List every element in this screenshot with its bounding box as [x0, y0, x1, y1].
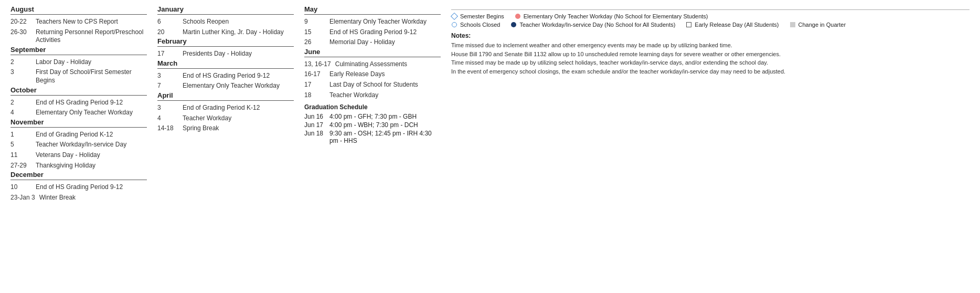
cal-date: 3: [10, 68, 31, 76]
calendar-row: 17Last Day of School for Students: [304, 80, 441, 90]
cal-date: 20: [157, 28, 178, 36]
legend-label: Schools Closed: [460, 22, 500, 28]
calendar-row: 3First Day of School/First Semester Begi…: [10, 67, 147, 86]
circle-darkblue-icon: [511, 22, 516, 27]
cal-desc: Memorial Day - Holiday: [329, 38, 395, 47]
calendar-row: 14-18Spring Break: [157, 123, 294, 134]
legend-icon-square-gray: [790, 22, 796, 28]
cal-date: 3: [157, 72, 178, 79]
month-header: May: [304, 5, 441, 15]
legend-label: Elementary Only Teacher Workday (No Scho…: [524, 13, 708, 19]
calendar-row: 20-22Teachers New to CPS Report: [10, 17, 147, 27]
legend-item: Schools Closed: [451, 22, 500, 28]
notes-line: Time missed may be made up by utilizing …: [451, 58, 970, 67]
legend-label: Change in Quarter: [798, 22, 846, 28]
month-header: December: [10, 171, 147, 180]
cal-date: 11: [10, 151, 31, 159]
circle-pink-icon: [515, 14, 520, 19]
cal-date: 27-29: [10, 162, 31, 169]
cal-desc: Spring Break: [183, 124, 219, 133]
legend-item: Change in Quarter: [790, 22, 846, 28]
cal-date: 1: [10, 131, 31, 138]
cal-desc: Winter Break: [39, 194, 76, 202]
cal-desc: Labor Day - Holiday: [36, 58, 91, 67]
legend-icon-circle-blue-outline: [451, 22, 457, 28]
column-right: May9Elementary Only Teacher Workday15End…: [304, 5, 441, 203]
calendar-row: 1End of Grading Period K-12: [10, 130, 147, 140]
cal-desc: Thanksgiving Holiday: [36, 162, 95, 170]
calendar-row: 9Elementary Only Teacher Workday: [304, 17, 441, 27]
cal-desc: Elementary Only Teacher Workday: [183, 82, 280, 90]
cal-desc: Presidents Day - Holiday: [183, 50, 252, 58]
month-section: March3End of HS Grading Period 9-127Elem…: [157, 59, 294, 91]
calendar-row: 5Teacher Workday/In-service Day: [10, 140, 147, 150]
graduation-row: Jun 174:00 pm - WBH; 7:30 pm - DCH: [304, 121, 441, 129]
cal-desc: End of HS Grading Period 9-12: [329, 28, 417, 37]
calendar-row: 7Elementary Only Teacher Workday: [157, 81, 294, 91]
calendar-row: 13, 16-17Culminating Assessments: [304, 59, 441, 70]
cal-date: 13, 16-17: [304, 60, 331, 68]
cal-desc: Teachers New to CPS Report: [36, 18, 118, 26]
graduation-header: Graduation Schedule: [304, 103, 441, 111]
notes-title: Notes:: [451, 32, 970, 39]
calendar-row: 27-29Thanksgiving Holiday: [10, 161, 147, 171]
cal-desc: First Day of School/First Semester Begin…: [36, 68, 147, 85]
column-left: August20-22Teachers New to CPS Report26-…: [10, 5, 147, 203]
cal-date: 4: [10, 109, 31, 116]
calendar-row: 23-Jan 3Winter Break: [10, 193, 147, 203]
legend-label: Teacher Workday/In-service Day (No Schoo…: [519, 22, 675, 28]
cal-desc: Elementary Only Teacher Workday: [329, 18, 427, 26]
cal-date: 26-30: [10, 28, 31, 36]
calendar-row: 10End of HS Grading Period 9-12: [10, 182, 147, 193]
month-section: September2Labor Day - Holiday3First Day …: [10, 46, 147, 86]
month-header: February: [157, 37, 294, 47]
month-section: April3End of Grading Period K-124Teacher…: [157, 91, 294, 134]
cal-desc: Schools Reopen: [183, 18, 229, 26]
legend-row-1: Semester BeginsElementary Only Teacher W…: [451, 13, 970, 19]
calendar-row: 18Teacher Workday: [304, 90, 441, 101]
legend-icon-diamond: [451, 13, 457, 19]
month-header: September: [10, 46, 147, 55]
cal-desc: End of HS Grading Period 9-12: [183, 72, 270, 80]
cal-date: 18: [304, 91, 325, 99]
notes-line: Time missed due to inclement weather and…: [451, 41, 970, 50]
cal-desc: End of Grading Period K-12: [36, 131, 113, 139]
bottom-section: Semester BeginsElementary Only Teacher W…: [451, 5, 970, 203]
month-header: June: [304, 48, 441, 57]
month-section: February17Presidents Day - Holiday: [157, 37, 294, 59]
cal-desc: Last Day of School for Students: [329, 81, 418, 89]
calendar-row: 11Veterans Day - Holiday: [10, 150, 147, 161]
calendar-row: 16-17Early Release Days: [304, 69, 441, 80]
legend-section: Semester BeginsElementary Only Teacher W…: [451, 9, 970, 28]
month-section: November1End of Grading Period K-125Teac…: [10, 118, 147, 171]
legend-label: Early Release Day (All Students): [695, 22, 779, 28]
grad-date: Jun 18: [304, 130, 325, 144]
square-outline-icon: [686, 22, 691, 27]
legend-icon-circle-pink: [515, 13, 521, 19]
month-section: June13, 16-17Culminating Assessments16-1…: [304, 48, 441, 100]
cal-date: 9: [304, 18, 325, 25]
legend-icon-square-outline: [686, 22, 692, 28]
legend-item: Early Release Day (All Students): [686, 22, 779, 28]
graduation-row: Jun 164:00 pm - GFH; 7:30 pm - GBH: [304, 112, 441, 121]
cal-date: 7: [157, 82, 178, 89]
calendar-row: 3End of HS Grading Period 9-12: [157, 71, 294, 81]
calendar-row: 26Memorial Day - Holiday: [304, 37, 441, 48]
month-section: August20-22Teachers New to CPS Report26-…: [10, 5, 147, 46]
diamond-icon: [451, 13, 458, 20]
calendar-row: 4Elementary Only Teacher Workday: [10, 108, 147, 118]
cal-desc: Returning Personnel Report/Preschool Act…: [36, 28, 147, 45]
cal-desc: Elementary Only Teacher Workday: [36, 109, 133, 117]
cal-date: 10: [10, 183, 31, 191]
month-header: January: [157, 5, 294, 15]
month-header: April: [157, 91, 294, 101]
cal-date: 5: [10, 141, 31, 148]
cal-date: 2: [10, 99, 31, 106]
legend-item: Semester Begins: [451, 13, 504, 19]
calendar-row: 15End of HS Grading Period 9-12: [304, 27, 441, 38]
cal-date: 14-18: [157, 124, 178, 132]
calendar-row: 20Martin Luther King, Jr. Day - Holiday: [157, 27, 294, 38]
cal-desc: Martin Luther King, Jr. Day - Holiday: [183, 28, 284, 37]
legend-item: Teacher Workday/In-service Day (No Schoo…: [510, 22, 675, 28]
month-section: May9Elementary Only Teacher Workday15End…: [304, 5, 441, 48]
